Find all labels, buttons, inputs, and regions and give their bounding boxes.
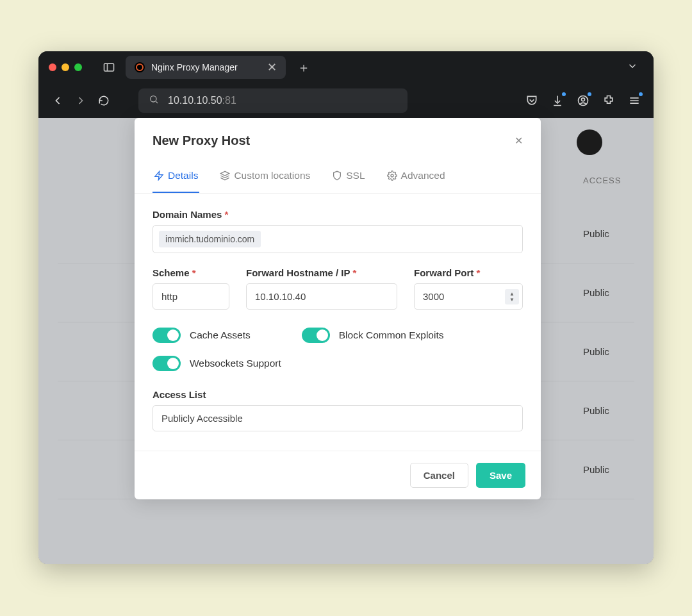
cache-assets-toggle[interactable] bbox=[152, 328, 181, 343]
page-content: L ACCESS t'sncryptPublic t'sncryptPublic… bbox=[38, 118, 654, 564]
reload-button[interactable] bbox=[97, 94, 110, 107]
browser-toolbar: 10.10.10.50:81 bbox=[38, 83, 654, 118]
url-port: :81 bbox=[222, 95, 236, 106]
tab-favicon-icon bbox=[135, 62, 145, 72]
browser-window: Nginx Proxy Manager ✕ ＋ 10.10.10.50:81 bbox=[38, 51, 654, 564]
pocket-icon[interactable] bbox=[525, 94, 538, 107]
shield-icon bbox=[332, 171, 342, 181]
gear-icon bbox=[387, 171, 397, 181]
zap-icon bbox=[154, 171, 164, 181]
svg-marker-9 bbox=[155, 171, 163, 179]
url-host: 10.10.10.50 bbox=[168, 95, 222, 106]
url-text: 10.10.10.50:81 bbox=[168, 95, 236, 106]
tab-close-button[interactable]: ✕ bbox=[267, 60, 277, 74]
svg-point-5 bbox=[582, 98, 585, 101]
svg-rect-0 bbox=[104, 63, 114, 71]
cache-assets-label: Cache Assets bbox=[190, 329, 251, 341]
browser-tab[interactable]: Nginx Proxy Manager ✕ bbox=[126, 56, 286, 79]
titlebar: Nginx Proxy Manager ✕ ＋ bbox=[38, 51, 654, 83]
new-proxy-host-modal: New Proxy Host ✕ Details Custom location… bbox=[135, 118, 541, 499]
tab-title: Nginx Proxy Manager bbox=[151, 62, 238, 72]
extensions-icon[interactable] bbox=[602, 94, 615, 107]
cancel-button[interactable]: Cancel bbox=[410, 463, 468, 488]
tab-ssl[interactable]: SSL bbox=[331, 160, 366, 193]
label-forward-port: Forward Port * bbox=[414, 267, 523, 278]
modal-tabs: Details Custom locations SSL Advanced bbox=[135, 160, 541, 194]
forward-button[interactable] bbox=[74, 94, 87, 107]
websockets-label: Websockets Support bbox=[190, 358, 281, 369]
avatar bbox=[577, 129, 602, 155]
domain-names-input[interactable]: immich.tudominio.com bbox=[152, 225, 523, 253]
maximize-window-button[interactable] bbox=[74, 63, 82, 71]
tab-advanced-label: Advanced bbox=[401, 170, 445, 181]
back-button[interactable] bbox=[51, 94, 64, 107]
close-window-button[interactable] bbox=[49, 63, 56, 71]
forward-host-input[interactable] bbox=[246, 283, 397, 310]
modal-title: New Proxy Host bbox=[152, 133, 250, 148]
tab-ssl-label: SSL bbox=[346, 170, 365, 181]
save-button[interactable]: Save bbox=[476, 463, 525, 488]
menu-icon[interactable] bbox=[628, 94, 641, 107]
scheme-select[interactable] bbox=[152, 283, 229, 310]
search-icon bbox=[149, 94, 159, 107]
layers-icon bbox=[220, 171, 230, 181]
block-exploits-toggle[interactable] bbox=[302, 328, 330, 343]
traffic-lights bbox=[49, 63, 82, 71]
new-tab-button[interactable]: ＋ bbox=[297, 59, 310, 76]
account-icon[interactable] bbox=[577, 94, 589, 107]
tab-details-label: Details bbox=[168, 170, 198, 181]
label-domain-names: Domain Names * bbox=[152, 209, 523, 220]
label-access-list: Access List bbox=[152, 389, 523, 400]
label-scheme: Scheme * bbox=[152, 267, 229, 278]
tab-custom-label: Custom locations bbox=[234, 170, 310, 181]
block-exploits-label: Block Common Exploits bbox=[339, 329, 444, 341]
svg-line-3 bbox=[156, 101, 158, 103]
downloads-icon[interactable] bbox=[551, 94, 564, 107]
url-bar[interactable]: 10.10.10.50:81 bbox=[138, 88, 408, 113]
access-list-select[interactable] bbox=[152, 405, 523, 431]
svg-marker-10 bbox=[221, 171, 229, 176]
tab-details[interactable]: Details bbox=[152, 160, 199, 193]
tab-advanced[interactable]: Advanced bbox=[386, 160, 447, 193]
tabs-overflow-button[interactable] bbox=[627, 60, 643, 74]
bg-col-access: ACCESS bbox=[583, 176, 622, 185]
modal-close-button[interactable]: ✕ bbox=[515, 135, 523, 147]
domain-chip[interactable]: immich.tudominio.com bbox=[159, 231, 261, 247]
sidebar-toggle-icon[interactable] bbox=[100, 58, 118, 76]
svg-point-2 bbox=[151, 96, 156, 102]
toolbar-right bbox=[525, 94, 641, 107]
port-stepper[interactable] bbox=[505, 289, 519, 304]
svg-point-11 bbox=[391, 174, 393, 177]
tab-custom-locations[interactable]: Custom locations bbox=[218, 160, 311, 193]
minimize-window-button[interactable] bbox=[62, 63, 69, 71]
websockets-toggle[interactable] bbox=[152, 356, 181, 371]
label-forward-host: Forward Hostname / IP * bbox=[246, 267, 397, 278]
